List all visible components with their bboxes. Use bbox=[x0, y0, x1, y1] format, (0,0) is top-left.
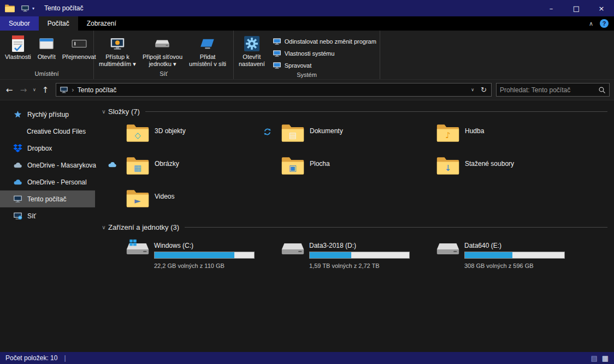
open-button[interactable]: Otevřít bbox=[34, 33, 59, 62]
folder-icon: ► bbox=[126, 188, 150, 210]
sidebar-item-network[interactable]: Síť bbox=[0, 207, 95, 224]
sync-status-icon bbox=[263, 128, 272, 136]
navigation-bar: ← → ∨ ↑ › Tento počítač ∨ ↻ bbox=[0, 80, 614, 100]
drive-usage-bar bbox=[309, 252, 410, 259]
drive-usage-bar bbox=[464, 252, 565, 259]
map-network-drive-button[interactable]: Připojit síťovou jednotku ▾ bbox=[139, 33, 186, 69]
folder-icon: ♪ bbox=[436, 122, 460, 144]
drives-group-header[interactable]: ∨ Zařízení a jednotky (3) bbox=[99, 222, 607, 232]
drive-tile-d[interactable]: Data3-2018 (D:) 1,59 TB volných z 2,72 T… bbox=[261, 237, 416, 267]
this-pc-address-icon bbox=[60, 86, 68, 93]
folders-grid: ◇ 3D objekty ▤ Dokumenty ♪ bbox=[105, 120, 607, 218]
file-list: ∨ Složky (7) ◇ 3D objekty ▤ bbox=[95, 100, 614, 352]
help-icon[interactable]: ? bbox=[600, 19, 609, 28]
drive-tile-c[interactable]: Windows (C:) 22,2 GB volných z 110 GB bbox=[105, 237, 261, 267]
manage-button[interactable]: Spravovat bbox=[269, 60, 380, 71]
status-bar: Počet položek: 10 | ▤ ▦ bbox=[0, 352, 614, 364]
sidebar-item-onedrive-masarykova[interactable]: OneDrive - Masarykova bbox=[0, 157, 95, 174]
window-controls: – □ × bbox=[539, 0, 614, 16]
folder-tile-desktop[interactable]: ▣ Plocha bbox=[261, 153, 416, 186]
maximize-button[interactable]: □ bbox=[564, 0, 589, 16]
sidebar-item-creative-cloud-files[interactable]: Creative Cloud Files bbox=[0, 123, 95, 140]
qat-dropdown-icon[interactable]: ▾ bbox=[32, 6, 34, 11]
group-label-location: Umístění bbox=[0, 70, 93, 79]
uninstall-program-button[interactable]: Odinstalovat nebo změnit program bbox=[269, 36, 380, 47]
properties-button[interactable]: Vlastnosti bbox=[2, 33, 34, 62]
creative-cloud-icon bbox=[13, 128, 22, 135]
properties-icon bbox=[10, 35, 26, 52]
sidebar-item-this-pc[interactable]: Tento počítač bbox=[0, 190, 95, 207]
explorer-window: ▾ Tento počítač – □ × Soubor Počítač Zob… bbox=[0, 0, 614, 364]
add-network-location-button[interactable]: Přidat umístění v síti bbox=[186, 33, 229, 69]
onedrive-cloud-icon bbox=[13, 161, 22, 169]
ribbon: Vlastnosti Otevřít Přejmenovat Umístění … bbox=[0, 31, 614, 80]
tab-file[interactable]: Soubor bbox=[0, 16, 39, 31]
folder-tile-videos[interactable]: ► Videos bbox=[105, 186, 261, 218]
refresh-icon[interactable]: ↻ bbox=[480, 86, 488, 94]
open-settings-button[interactable]: Otevřít nastavení bbox=[235, 33, 268, 69]
chevron-down-icon[interactable]: ∨ bbox=[99, 224, 108, 230]
explorer-app-icon bbox=[4, 4, 15, 13]
sidebar-item-onedrive-personal[interactable]: OneDrive - Personal bbox=[0, 174, 95, 190]
this-pc-icon bbox=[13, 195, 22, 203]
open-icon bbox=[39, 37, 54, 50]
address-bar[interactable]: › Tento počítač ∨ ↻ bbox=[56, 83, 492, 97]
settings-gear-icon bbox=[244, 36, 259, 51]
search-icon[interactable] bbox=[598, 86, 606, 94]
recent-locations-icon[interactable]: ∨ bbox=[31, 87, 38, 92]
ribbon-group-system: Otevřít nastavení Odinstalovat nebo změn… bbox=[234, 31, 380, 79]
uninstall-program-icon bbox=[273, 38, 281, 45]
rename-button[interactable]: Přejmenovat bbox=[59, 33, 99, 62]
access-media-button[interactable]: Přístup k multimédiím ▾ bbox=[96, 33, 139, 69]
collapse-ribbon-icon[interactable]: ∧ bbox=[589, 20, 593, 27]
network-drive-icon bbox=[155, 37, 170, 50]
group-label-system: Systém bbox=[234, 71, 380, 80]
back-button[interactable]: ← bbox=[2, 85, 16, 95]
ribbon-tab-bar: Soubor Počítač Zobrazení ∧ ? bbox=[0, 16, 614, 31]
folders-group-header[interactable]: ∨ Složky (7) bbox=[99, 106, 607, 117]
close-button[interactable]: × bbox=[589, 0, 614, 16]
tab-view[interactable]: Zobrazení bbox=[78, 16, 125, 31]
folder-icon: ▤ bbox=[281, 122, 305, 144]
breadcrumb-separator: › bbox=[72, 86, 74, 94]
cloud-status-icon bbox=[108, 160, 117, 169]
search-input[interactable] bbox=[500, 86, 598, 94]
tiles-view-icon[interactable]: ▦ bbox=[602, 355, 609, 362]
dropbox-icon bbox=[13, 144, 22, 152]
forward-button[interactable]: → bbox=[16, 85, 31, 95]
sidebar-item-dropbox[interactable]: Dropbox bbox=[0, 140, 95, 157]
ribbon-group-location: Vlastnosti Otevřít Přejmenovat Umístění bbox=[0, 31, 94, 79]
details-view-icon[interactable]: ▤ bbox=[591, 355, 597, 362]
sidebar-item-quick-access[interactable]: Rychlý přístup bbox=[0, 106, 95, 123]
minimize-button[interactable]: – bbox=[539, 0, 564, 16]
folder-tile-music[interactable]: ♪ Hudba bbox=[416, 120, 571, 153]
this-pc-qat-icon[interactable] bbox=[21, 5, 29, 12]
windows-logo-icon bbox=[129, 238, 137, 247]
chevron-down-icon[interactable]: ∨ bbox=[99, 109, 108, 115]
drive-tile-e[interactable]: Data640 (E:) 308 GB volných z 596 GB bbox=[416, 237, 571, 267]
group-label-network: Síť bbox=[94, 70, 233, 79]
drive-icon bbox=[436, 240, 460, 259]
rename-icon bbox=[72, 37, 87, 50]
drive-icon bbox=[126, 240, 150, 259]
search-box[interactable] bbox=[496, 83, 610, 97]
quick-access-toolbar: ▾ bbox=[21, 5, 34, 12]
folder-tile-3d-objects[interactable]: ◇ 3D objekty bbox=[105, 120, 261, 153]
ribbon-group-network: Přístup k multimédiím ▾ Připojit síťovou… bbox=[94, 31, 234, 79]
window-title: Tento počítač bbox=[44, 4, 83, 12]
folder-icon: ▣ bbox=[281, 155, 305, 177]
network-icon bbox=[13, 212, 22, 220]
tab-computer[interactable]: Počítač bbox=[39, 16, 78, 31]
items-count: Počet položek: 10 bbox=[5, 354, 57, 362]
drive-icon bbox=[281, 240, 305, 259]
address-dropdown-icon[interactable]: ∨ bbox=[469, 87, 476, 92]
folder-icon: ◇ bbox=[126, 122, 150, 144]
folder-tile-pictures[interactable]: ▦ Obrázky bbox=[105, 153, 261, 186]
folder-tile-downloads[interactable]: ↓ Stažené soubory bbox=[416, 153, 571, 186]
titlebar: ▾ Tento počítač – □ × bbox=[0, 0, 614, 16]
breadcrumb[interactable]: Tento počítač bbox=[78, 86, 116, 94]
network-location-icon bbox=[200, 37, 215, 50]
folder-tile-documents[interactable]: ▤ Dokumenty bbox=[261, 120, 416, 153]
system-properties-button[interactable]: Vlastnosti systému bbox=[269, 48, 380, 59]
up-button[interactable]: ↑ bbox=[38, 85, 52, 95]
